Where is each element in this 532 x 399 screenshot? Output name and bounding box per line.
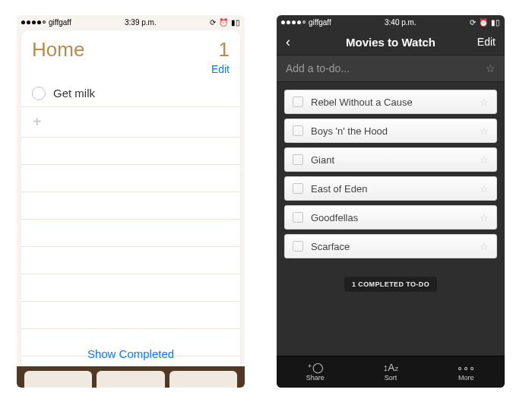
todo-screen: giffgaff 3:40 p.m. ⟳ ⏰ ▮▯ ‹ Movies to Wa… (277, 15, 505, 388)
reminder-text: Get milk (53, 87, 95, 100)
nav-bar: ‹ Movies to Watch Edit (277, 29, 505, 55)
todo-text: Rebel Without a Cause (311, 97, 413, 108)
signal-dots-icon (281, 21, 306, 24)
star-icon[interactable]: ☆ (480, 97, 489, 108)
orientation-lock-icon: ⟳ (210, 18, 216, 27)
status-bar: giffgaff 3:39 p.m. ⟳ ⏰ ▮▯ (17, 15, 245, 29)
todo-item[interactable]: Rebel Without a Cause ☆ (284, 90, 497, 114)
todo-item[interactable]: East of Eden ☆ (284, 176, 497, 201)
battery-icon: ▮▯ (231, 18, 240, 27)
todo-checkbox[interactable] (293, 154, 303, 165)
status-bar: giffgaff 3:40 p.m. ⟳ ⏰ ▮▯ (277, 15, 505, 29)
orientation-lock-icon: ⟳ (470, 18, 476, 27)
todo-list: Rebel Without a Cause ☆ Boys 'n' the Hoo… (277, 82, 505, 296)
carrier-label: giffgaff (49, 18, 71, 27)
new-reminder-row[interactable]: + (21, 107, 240, 138)
reminder-checkbox[interactable] (32, 87, 46, 100)
todo-item[interactable]: Goodfellas ☆ (284, 205, 497, 230)
todo-checkbox[interactable] (293, 97, 303, 107)
reminders-screen: giffgaff 3:39 p.m. ⟳ ⏰ ▮▯ Home 1 Edit Ge… (17, 15, 245, 388)
alarm-icon: ⏰ (479, 18, 488, 27)
todo-checkbox[interactable] (293, 241, 303, 252)
stack-footer (17, 366, 245, 388)
sort-icon: ↕AZ (383, 363, 398, 372)
tab-label: Share (306, 374, 325, 382)
add-todo-input[interactable]: Add a to-do... ☆ (277, 55, 505, 82)
show-completed-button[interactable]: Show Completed (21, 347, 240, 360)
completed-badge[interactable]: 1 COMPLETED TO-DO (344, 277, 437, 292)
add-todo-placeholder: Add a to-do... (286, 62, 350, 74)
reminder-item[interactable]: Get milk (21, 80, 240, 107)
tab-label: More (458, 374, 474, 382)
tab-label: Sort (385, 374, 397, 382)
battery-icon: ▮▯ (491, 18, 500, 27)
todo-text: Scarface (311, 241, 350, 252)
star-icon[interactable]: ☆ (480, 154, 489, 166)
status-time: 3:39 p.m. (71, 18, 210, 27)
edit-button[interactable]: Edit (21, 63, 240, 80)
todo-checkbox[interactable] (293, 125, 303, 136)
alarm-icon: ⏰ (219, 18, 228, 27)
share-icon: ⁺◯ (307, 363, 324, 372)
reminder-count: 1 (219, 38, 230, 62)
star-icon[interactable]: ☆ (480, 183, 489, 195)
todo-checkbox[interactable] (293, 183, 303, 194)
todo-checkbox[interactable] (293, 212, 303, 223)
star-icon[interactable]: ☆ (486, 62, 496, 74)
star-icon[interactable]: ☆ (480, 241, 489, 252)
todo-text: Goodfellas (311, 212, 358, 223)
todo-text: Boys 'n' the Hood (311, 125, 388, 137)
todo-text: East of Eden (311, 183, 367, 195)
status-time: 3:40 p.m. (331, 18, 470, 27)
empty-lines (21, 138, 240, 356)
star-icon[interactable]: ☆ (480, 125, 489, 137)
tab-sort[interactable]: ↕AZ Sort (383, 363, 398, 382)
star-icon[interactable]: ☆ (480, 212, 489, 223)
reminders-card: Home 1 Edit Get milk + Show Completed (21, 30, 240, 366)
signal-dots-icon (21, 21, 46, 24)
todo-item[interactable]: Giant ☆ (284, 147, 497, 172)
back-button[interactable]: ‹ (286, 34, 309, 50)
todo-item[interactable]: Scarface ☆ (284, 234, 497, 258)
nav-title: Movies to Watch (346, 36, 435, 49)
carrier-label: giffgaff (309, 18, 331, 27)
todo-item[interactable]: Boys 'n' the Hood ☆ (284, 119, 497, 143)
tab-share[interactable]: ⁺◯ Share (306, 363, 325, 382)
list-title: Home (32, 38, 84, 62)
edit-button[interactable]: Edit (473, 36, 496, 48)
tab-more[interactable]: ∘∘∘ More (457, 363, 475, 382)
todo-text: Giant (311, 154, 334, 166)
plus-icon: + (32, 113, 42, 131)
more-icon: ∘∘∘ (457, 363, 475, 372)
tab-bar: ⁺◯ Share ↕AZ Sort ∘∘∘ More (277, 356, 505, 388)
